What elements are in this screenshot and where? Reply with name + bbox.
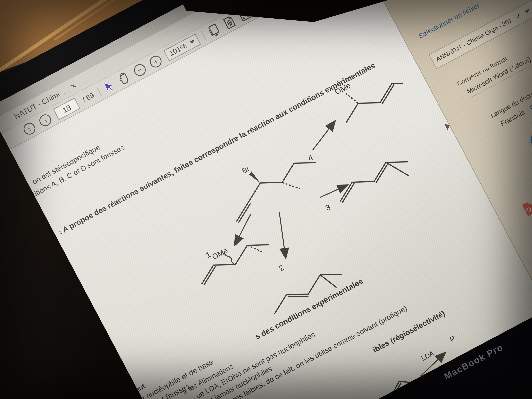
page-total-label: / 69 bbox=[81, 91, 95, 104]
file-select-box[interactable]: ANNATUT - Chimie Orga - 201 ✓ bbox=[429, 0, 532, 69]
panel-collapse-icon[interactable] bbox=[444, 122, 451, 130]
fit-page-icon[interactable] bbox=[222, 14, 237, 31]
condition-c: c) méthanol, acétone bbox=[11, 299, 75, 339]
lda-label: LDA bbox=[420, 349, 435, 362]
stereocenter-star: ∗ bbox=[231, 240, 239, 248]
create-pdf-row[interactable]: Créer bbox=[520, 189, 532, 218]
chevron-down-icon bbox=[524, 9, 531, 14]
screen: NATUT - Chimi... × ↑ ↓ 18 / 69 − + 101% bbox=[0, 0, 532, 399]
chevron-down-icon bbox=[189, 39, 196, 45]
tab-close-icon[interactable]: × bbox=[69, 81, 78, 91]
zoom-level-value: 101% bbox=[168, 42, 188, 57]
check-icon: ✓ bbox=[514, 11, 523, 21]
arrow-label-4: 4 bbox=[307, 153, 314, 163]
ome-label-1: OMe bbox=[211, 246, 229, 261]
conditions-box bbox=[0, 258, 101, 381]
zoom-in-button[interactable]: + bbox=[148, 54, 164, 70]
zoom-out-button[interactable]: − bbox=[132, 62, 148, 78]
condition-d: d) méthanol, Δ bbox=[20, 320, 66, 350]
toolbar-separator bbox=[96, 87, 102, 96]
arrow-label-2: 2 bbox=[277, 263, 285, 273]
next-page-button[interactable]: ↓ bbox=[37, 112, 53, 128]
scrolling-mode-icon[interactable] bbox=[207, 22, 222, 38]
toolbar-separator bbox=[201, 31, 207, 41]
arrow-label-1: 1 bbox=[204, 250, 212, 260]
panel-heading-fragment2: Word ou Exce bbox=[397, 0, 443, 1]
arrow-label-3: 3 bbox=[324, 203, 332, 212]
product-p-label: P bbox=[448, 334, 457, 344]
pdf-file-icon bbox=[520, 200, 532, 218]
previous-page-button[interactable]: ↑ bbox=[21, 121, 37, 137]
hand-tool-icon[interactable] bbox=[116, 70, 132, 87]
condition-a: méthanol bbox=[29, 274, 59, 296]
condition-b: ) tBuOK, Δ, DMF bbox=[28, 280, 80, 313]
br-label: Br bbox=[241, 164, 251, 175]
photo-scene: NATUT - Chimi... × ↑ ↓ 18 / 69 − + 101% bbox=[0, 0, 532, 399]
laptop: NATUT - Chimi... × ↑ ↓ 18 / 69 − + 101% bbox=[0, 0, 532, 399]
select-tool-icon[interactable] bbox=[102, 79, 116, 94]
